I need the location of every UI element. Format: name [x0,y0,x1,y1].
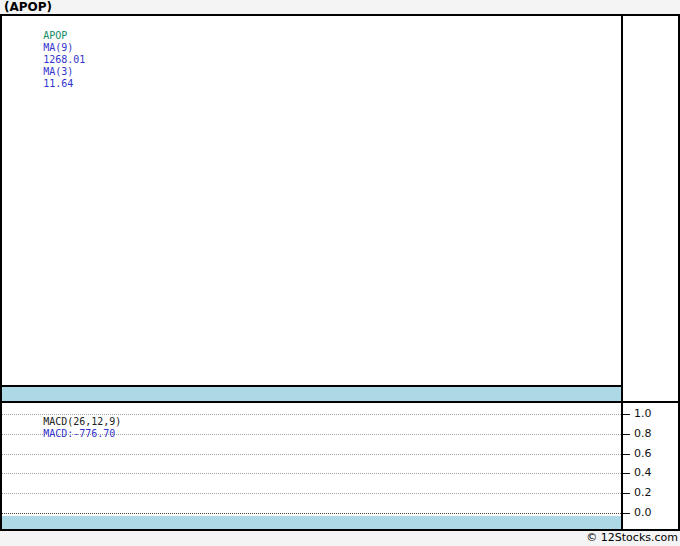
price-legend: APOP MA(9) 1268.01 MA(3) 11.64 [7,18,95,102]
macd-axis-tick-label: 0.4 [634,466,652,480]
page-title: (APOP) [4,0,52,14]
macd-gridline [2,513,621,514]
ticker-symbol-label: APOP [43,30,67,41]
page: (APOP) APOP MA(9) 1268.01 MA(3) 11.64 MA… [0,0,680,546]
macd-gridline [2,493,621,494]
macd-params-label: MACD(26,12,9) [43,416,121,427]
ma3-value: 11.64 [43,78,73,89]
macd-axis-tick-label: 0.8 [634,427,652,441]
macd-gridline [2,454,621,455]
macd-axis-tick-label: 0.0 [634,506,652,520]
macd-axis-tick-label: 1.0 [634,407,652,421]
right-axis-divider [621,16,623,529]
macd-axis-tick-label: 0.2 [634,486,652,500]
separator-band-middle [2,387,621,401]
ma3-label: MA(3) [43,66,73,77]
separator-band-bottom [2,516,621,529]
macd-value-label: MACD:-776.70 [43,428,115,439]
macd-gridline [2,473,621,474]
chart-frame: APOP MA(9) 1268.01 MA(3) 11.64 MACD(26,1… [0,14,680,531]
footer-credit: © 12Stocks.com [0,531,680,546]
macd-axis-tick-label: 0.6 [634,447,652,461]
macd-legend: MACD(26,12,9) MACD:-776.70 [7,404,133,452]
ma9-label: MA(9) [43,42,73,53]
ma9-value: 1268.01 [43,54,85,65]
